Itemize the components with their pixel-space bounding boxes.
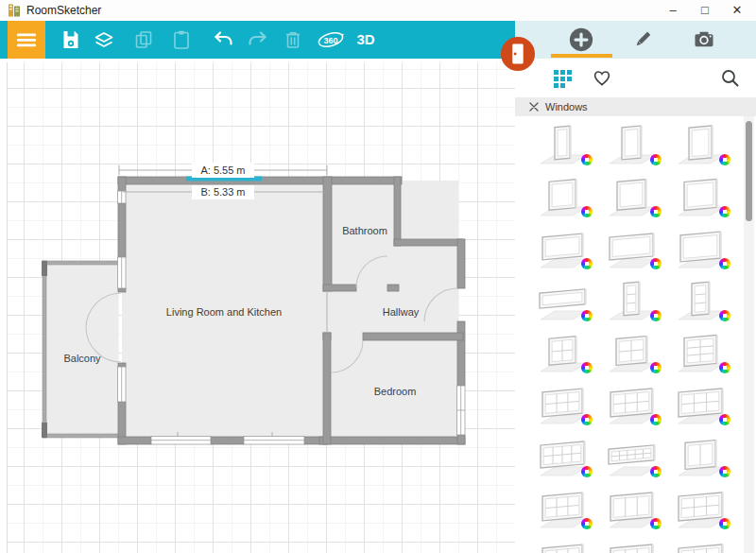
window-thumbnail[interactable] [671,379,731,428]
search-button[interactable] [717,67,744,90]
room-label-hallway[interactable]: Hallway [383,306,420,318]
paste-button[interactable] [163,21,199,59]
active-tab-indicator [551,54,612,58]
color-wheel-badge[interactable] [581,414,593,425]
window-thumbnail[interactable] [602,223,662,272]
window-thumbnail[interactable] [533,275,593,324]
color-wheel-badge[interactable] [719,518,730,529]
close-category-icon[interactable] [526,99,541,114]
window-thumbnail[interactable] [602,379,662,428]
color-wheel-badge[interactable] [581,258,593,269]
window-thumbnail[interactable] [602,535,662,553]
color-wheel-badge[interactable] [650,310,662,321]
redo-button[interactable] [239,21,275,59]
color-wheel-badge[interactable] [719,258,730,269]
window-thumbnail[interactable] [533,379,593,428]
menu-button[interactable] [8,21,45,59]
categories-grid-button[interactable] [549,67,576,90]
category-header: Windows [515,97,756,116]
window-thumbnail[interactable] [602,171,662,220]
catalog-grid [533,119,731,553]
window-thumbnail[interactable] [671,223,731,272]
roomsketcher-app: RoomSketcher – □ ✕ [0,0,756,553]
maximize-button[interactable]: □ [690,0,720,21]
view-3d-icon: 3D [352,27,380,52]
view-3d-button[interactable]: 3D [348,21,384,59]
window-title: RoomSketcher [26,4,101,17]
dimension-b-label: B: 5.33 m [200,186,245,198]
window-thumbnail[interactable] [671,535,731,553]
balcony-corner-post [42,261,47,276]
window-thumbnail[interactable] [671,483,731,532]
window-thumbnail[interactable] [671,327,731,376]
window-thumbnail[interactable] [533,171,593,220]
color-wheel-badge[interactable] [650,362,662,373]
color-wheel-badge[interactable] [650,518,662,529]
color-wheel-badge[interactable] [581,206,593,217]
window-thumbnail[interactable] [533,483,593,532]
view-360-button[interactable]: 360 [313,21,349,59]
window-3d-preview [533,535,593,553]
balcony-corner-post [42,423,47,438]
undo-button[interactable] [206,21,242,59]
room-label-bathroom[interactable]: Bathroom [342,225,387,236]
window-thumbnail[interactable] [533,223,593,272]
paste-icon [170,28,193,51]
color-wheel-badge[interactable] [581,310,593,321]
color-wheel-badge[interactable] [719,154,730,165]
color-wheel-badge[interactable] [719,310,730,321]
color-wheel-badge[interactable] [719,414,730,425]
tab-add-items[interactable] [559,21,603,59]
tab-draw[interactable] [621,21,664,59]
window-3d-preview [602,535,662,553]
copy-icon [132,28,155,51]
color-wheel-badge[interactable] [650,466,662,477]
color-wheel-badge[interactable] [581,362,593,373]
close-button[interactable]: ✕ [722,0,752,21]
room-label-living[interactable]: Living Room and Kitchen [166,306,282,318]
room-label-bedroom[interactable]: Bedroom [374,386,417,397]
color-wheel-badge[interactable] [581,518,593,529]
window-thumbnail[interactable] [533,327,593,376]
scrollbar-thumb[interactable] [746,121,752,221]
app-logo-icon [7,3,22,18]
color-wheel-badge[interactable] [650,414,662,425]
color-wheel-badge[interactable] [650,154,662,165]
color-wheel-badge[interactable] [719,362,730,373]
tab-camera[interactable] [682,21,726,59]
color-wheel-badge[interactable] [581,154,593,165]
window-thumbnail[interactable] [602,119,662,168]
minimize-button[interactable]: – [658,0,688,21]
heart-icon [591,67,613,90]
window-thumbnail[interactable] [602,275,662,324]
layers-button[interactable] [86,21,122,59]
copy-button[interactable] [126,21,162,59]
window-thumbnail[interactable] [671,119,731,168]
window-thumbnail[interactable] [602,327,662,376]
window-thumbnail[interactable] [602,431,662,480]
window-thumbnail[interactable] [671,171,731,220]
window-thumbnail[interactable] [671,431,731,480]
panel-tab-bar [515,21,756,59]
catalog-filter-bar [515,59,756,97]
floorplan-canvas[interactable]: A: 5.55 m B: 5.33 m Living Room and Kitc… [0,59,515,553]
balcony-floor[interactable] [46,265,118,434]
floorplan-drawing[interactable]: A: 5.55 m B: 5.33 m Living Room and Kitc… [0,59,515,553]
window-thumbnail[interactable] [602,483,662,532]
color-wheel-badge[interactable] [650,258,662,269]
window-thumbnail[interactable] [533,119,593,168]
color-wheel-badge[interactable] [719,466,730,477]
room-label-balcony[interactable]: Balcony [63,353,101,364]
color-wheel-badge[interactable] [719,206,730,217]
scrollbar-track[interactable] [744,116,754,553]
save-button[interactable] [53,21,89,59]
window-thumbnail[interactable] [533,535,593,553]
window-thumbnail[interactable] [671,275,731,324]
label-3d: 3D [356,31,374,47]
door-tool-badge[interactable] [500,36,536,72]
color-wheel-badge[interactable] [650,206,662,217]
window-thumbnail[interactable] [533,431,593,480]
color-wheel-badge[interactable] [581,466,593,477]
favorites-button[interactable] [589,67,615,90]
delete-button[interactable] [275,21,311,59]
